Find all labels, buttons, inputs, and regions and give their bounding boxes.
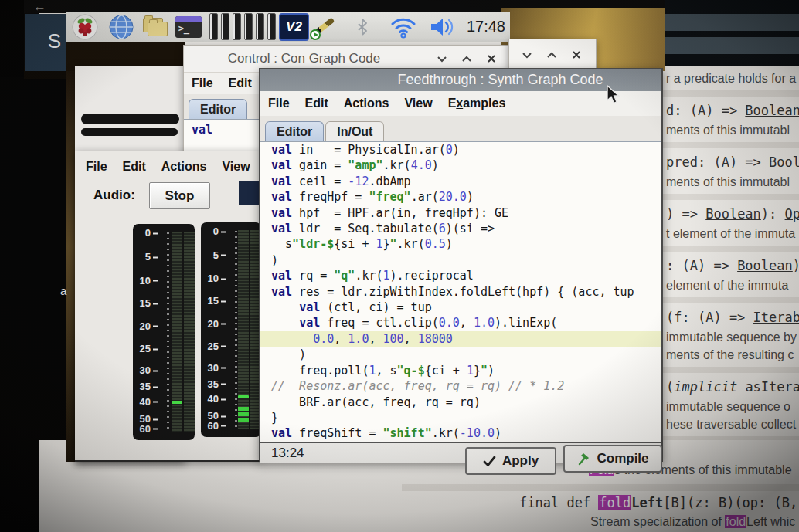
audio-stop-button[interactable]: Stop: [149, 182, 210, 209]
meter-scale-label: 5: [206, 249, 226, 260]
code-line[interactable]: val freqHpf = "freq".ar(20.0): [260, 189, 661, 205]
screen-left-bezel: [0, 440, 39, 532]
maximize-icon[interactable]: [460, 53, 474, 64]
scaladoc-entry: ) => Boolean): Optt element of the immut…: [666, 200, 799, 246]
meter-scale-label: 15: [138, 297, 158, 309]
text-token: freq.poll(: [271, 364, 369, 378]
menu-file[interactable]: File: [78, 160, 115, 174]
code-line[interactable]: val res = ldr.zipWithIndex.foldLeft(hpf)…: [260, 284, 661, 300]
check-icon: [483, 455, 496, 467]
menu-edit[interactable]: Edit: [298, 97, 336, 110]
menu-edit[interactable]: Edit: [115, 160, 154, 174]
meter-scale-label: 40: [206, 392, 226, 404]
text-token: )(si =>: [446, 222, 495, 236]
menu-file[interactable]: File: [260, 97, 298, 110]
jack-audio-icon[interactable]: [309, 12, 338, 42]
tab-editor[interactable]: Editor: [189, 99, 247, 119]
minimize-icon[interactable]: [435, 53, 449, 64]
minimize-icon[interactable]: [520, 49, 534, 60]
terminal-titlebar: [175, 16, 202, 22]
compile-button[interactable]: Compile: [563, 445, 662, 473]
scaladoc-description: hese traversable collect: [666, 415, 799, 433]
text-token: val: [271, 143, 292, 157]
vnc-icon[interactable]: V2: [279, 13, 310, 41]
apply-button[interactable]: Apply: [465, 447, 556, 475]
text-token: 20.0: [439, 190, 467, 204]
scaladoc-entry: r a predicate holds for a: [666, 66, 799, 90]
meter-scale-label: 30: [206, 361, 226, 373]
code-line[interactable]: ): [260, 347, 661, 362]
text-token: (f: (A) =>: [666, 310, 753, 325]
code-line[interactable]: }: [260, 410, 661, 425]
tab-inout[interactable]: In/Out: [325, 121, 384, 141]
code-editor[interactable]: val in = PhysicalIn.ar(0)val gain = "amp…: [260, 142, 661, 443]
file-manager-icon[interactable]: [141, 15, 169, 39]
text-token: val: [271, 426, 292, 440]
text-token: (: [666, 379, 674, 395]
code-line[interactable]: val in = PhysicalIn.ar(0): [260, 142, 661, 158]
text-token: pred: (A) =>: [666, 154, 769, 170]
code-line[interactable]: ): [260, 252, 661, 268]
menu-file[interactable]: File: [184, 76, 221, 90]
code-line[interactable]: val rq = "q".kr(1).reciprocal: [260, 268, 661, 283]
menu-examples[interactable]: Examples: [440, 97, 514, 110]
tab-editor[interactable]: Editor: [265, 121, 324, 141]
close-icon[interactable]: [484, 53, 498, 64]
menu-edit[interactable]: Edit: [221, 76, 260, 90]
search-highlight: fold: [598, 495, 631, 510]
code-line[interactable]: val gain = "amp".kr(4.0): [260, 158, 661, 173]
code-line[interactable]: BRF.ar(acc, freq, rq = rq): [260, 395, 661, 410]
text-token: ): [453, 143, 460, 157]
text-token: "shift": [383, 426, 432, 440]
doc-type-link[interactable]: Boolean: [737, 258, 793, 273]
code-line[interactable]: val hpf = HPF.ar(in, freqHpf): GE: [260, 205, 661, 221]
menu-view[interactable]: View: [214, 160, 257, 174]
code-line[interactable]: val ldr = Seq.tabulate(6)(si =>: [260, 221, 661, 236]
web-browser-icon[interactable]: [107, 13, 135, 41]
doc-type-link[interactable]: Boolean: [745, 103, 799, 118]
code-line[interactable]: val freqShift = "shift".kr(-10.0): [260, 425, 661, 441]
apply-button-label: Apply: [502, 453, 539, 469]
text-token: ): [495, 426, 502, 440]
menu-actions[interactable]: Actions: [154, 160, 215, 174]
text-token: hpf = HPF.ar(in, freqHpf): GE: [292, 206, 508, 220]
doc-type-link[interactable]: Opt: [785, 206, 799, 222]
feedthrough-titlebar[interactable]: Feedthrough : Synth Graph Code: [260, 69, 661, 91]
code-line[interactable]: // Resonz.ar(acc, freq, rq = rq) // * 1.…: [260, 378, 661, 394]
bluetooth-icon[interactable]: [354, 13, 371, 41]
volume-icon[interactable]: [428, 13, 457, 41]
raspberry-menu-icon[interactable]: [70, 13, 100, 41]
maximize-icon[interactable]: [545, 49, 559, 60]
code-line-current[interactable]: 0.0, 1.0, 100, 18000: [260, 331, 661, 347]
text-token: [271, 300, 299, 314]
text-token: gain =: [292, 158, 348, 172]
doc-type-link[interactable]: Boole: [769, 154, 799, 170]
window-stack-icons[interactable]: [209, 13, 279, 41]
taskbar: >_ V2 17:48: [66, 12, 510, 42]
scaladoc-signature: ) => Boolean): Opt: [666, 203, 799, 225]
audio-label: Audio:: [94, 188, 135, 203]
text-token: .ar(: [411, 190, 439, 204]
text-token: final def: [519, 495, 598, 510]
text-token: 6: [439, 222, 446, 236]
meter-scale-label: 0: [138, 227, 158, 239]
doc-type-link[interactable]: Boolean: [706, 206, 761, 222]
code-line[interactable]: val (ctl, ci) = tup: [260, 300, 661, 315]
text-token: {ci +: [425, 364, 467, 378]
code-line[interactable]: val ceil = -12.dbAmp: [260, 174, 661, 189]
menu-actions[interactable]: Actions: [336, 97, 397, 110]
screen-photo: ← S r a predicate holds for ad: (A) => B…: [0, 0, 799, 532]
code-line[interactable]: val freq = ctl.clip(0.0, 1.0).linExp(: [260, 315, 661, 330]
wifi-icon[interactable]: [388, 13, 419, 41]
terminal-icon[interactable]: >_: [175, 16, 202, 38]
text-token: val: [271, 285, 292, 299]
code-line[interactable]: s"ldr-${si + 1}".kr(0.5): [260, 236, 661, 252]
menu-view[interactable]: View: [396, 97, 440, 110]
code-line[interactable]: freq.poll(1, s"q-${ci + 1}"): [260, 363, 661, 378]
text-token: "q": [334, 269, 355, 283]
close-icon[interactable]: [570, 49, 583, 60]
taskbar-clock[interactable]: 17:48: [467, 18, 505, 36]
text-token: ceil =: [292, 175, 348, 188]
doc-type-link[interactable]: Iterabl: [753, 310, 799, 325]
text-token: hese traversable collect: [666, 418, 796, 431]
